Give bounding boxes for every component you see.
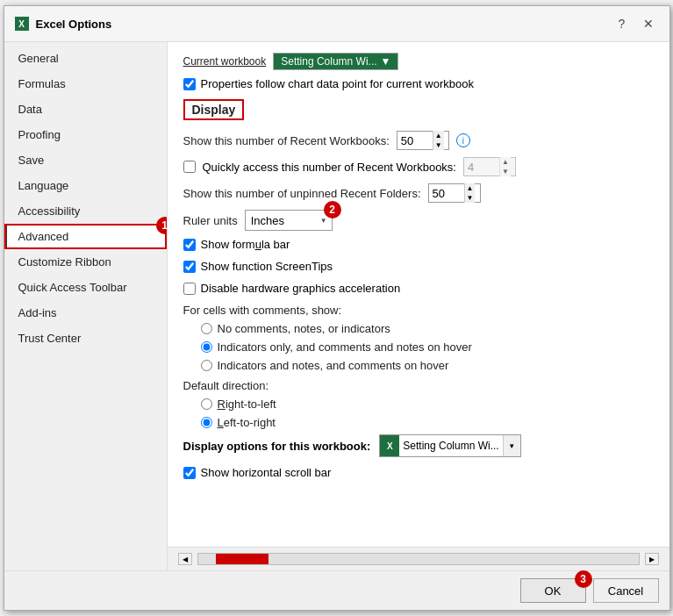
screentips-checkbox[interactable]	[183, 261, 196, 273]
main-content: Current workbook Setting Column Wi... ▼ …	[168, 42, 669, 570]
title-bar-left: X Excel Options	[15, 17, 112, 31]
direction-radio-0[interactable]	[201, 398, 212, 410]
formula-bar-label: Show formula bar	[201, 238, 290, 251]
spinbox-buttons-2: ▲ ▼	[499, 157, 511, 176]
properties-checkbox[interactable]	[183, 78, 196, 90]
current-workbook-label: Current workbook	[183, 55, 267, 68]
scroll-right-arrow[interactable]: ▶	[645, 553, 659, 565]
workbook-select-icon: X	[380, 435, 399, 456]
unpinned-folders-row: Show this number of unpinned Recent Fold…	[183, 183, 654, 203]
comments-option-1: Indicators only, and comments and notes …	[183, 340, 654, 354]
dialog-title: Excel Options	[36, 18, 112, 31]
workbook-options-row: Display options for this workbook: X Set…	[183, 434, 654, 457]
quickly-access-spinbox[interactable]: 4 ▲ ▼	[463, 157, 516, 176]
sidebar-badge: 1	[156, 217, 168, 234]
top-workbook-row: Current workbook Setting Column Wi... ▼	[183, 53, 654, 70]
workbook-select-text: Setting Column Wi...	[399, 440, 502, 452]
comments-label-1: Indicators only, and comments and notes …	[218, 340, 472, 354]
quickly-access-checkbox[interactable]	[183, 161, 196, 173]
sidebar: General Formulas Data Proofing Save Lang…	[4, 42, 168, 570]
info-icon[interactable]: i	[456, 133, 470, 147]
comments-radio-0[interactable]	[201, 323, 212, 334]
spinbox-up[interactable]: ▲	[433, 131, 444, 140]
workbook-select-arrow: ▼	[503, 435, 520, 456]
spinbox-buttons: ▲ ▼	[433, 131, 444, 150]
h-scrollbar[interactable]	[197, 553, 640, 565]
direction-label-0: Right-to-left	[218, 398, 276, 411]
cancel-label: Cancel	[608, 584, 643, 598]
sidebar-item-proofing[interactable]: Proofing	[4, 122, 167, 147]
spinbox-up-2[interactable]: ▲	[500, 157, 511, 167]
hscroll-row: Show horizontal scroll bar	[183, 466, 654, 479]
spinbox-down[interactable]: ▼	[433, 140, 444, 150]
scroll-left-arrow[interactable]: ◀	[178, 553, 192, 565]
sidebar-item-language[interactable]: Language	[4, 173, 167, 198]
excel-options-dialog: X Excel Options ? ✕ General Formulas Dat…	[4, 5, 670, 611]
sidebar-item-formulas[interactable]: Formulas	[4, 71, 167, 97]
direction-group-label: Default direction:	[183, 379, 654, 392]
recent-workbooks-label: Show this number of Recent Workbooks:	[183, 134, 390, 147]
workbook-dropdown-value: Setting Column Wi...	[281, 55, 376, 68]
hscroll-checkbox[interactable]	[183, 467, 196, 479]
close-button[interactable]: ✕	[638, 13, 659, 34]
quickly-access-row: Quickly access this number of Recent Wor…	[183, 157, 654, 176]
workbook-select-wrapper[interactable]: X Setting Column Wi... ▼	[379, 434, 520, 457]
ok-badge: 3	[575, 570, 592, 588]
sidebar-item-quick-access-toolbar[interactable]: Quick Access Toolbar	[4, 275, 167, 300]
ruler-select-wrapper: Inches Centimeters Millimeters	[245, 210, 333, 231]
scrollbar-thumb	[216, 554, 268, 564]
hardware-label: Disable hardware graphics acceleration	[201, 282, 401, 295]
comments-radio-1[interactable]	[201, 341, 212, 353]
unpinned-folders-label: Show this number of unpinned Recent Fold…	[183, 187, 421, 200]
direction-option-0: Right-to-left	[183, 398, 654, 411]
hscroll-label: Show horizontal scroll bar	[201, 466, 332, 479]
screentips-label: Show function ScreenTips	[201, 260, 333, 273]
sidebar-item-accessibility[interactable]: Accessibility	[4, 198, 167, 224]
recent-workbooks-row: Show this number of Recent Workbooks: 50…	[183, 131, 654, 150]
dialog-body: General Formulas Data Proofing Save Lang…	[4, 42, 669, 570]
sidebar-item-customize-ribbon[interactable]: Customize Ribbon	[4, 249, 167, 275]
ruler-select[interactable]: Inches Centimeters Millimeters	[245, 210, 333, 231]
direction-radio-1[interactable]	[201, 417, 212, 428]
sidebar-item-advanced[interactable]: Advanced 1	[4, 224, 167, 249]
spinbox-down-3[interactable]: ▼	[465, 193, 476, 203]
ok-label: OK	[545, 584, 562, 598]
ruler-label: Ruler units	[183, 214, 238, 227]
sidebar-item-add-ins[interactable]: Add-ins	[4, 300, 167, 326]
sidebar-item-general[interactable]: General	[4, 46, 167, 71]
hardware-checkbox[interactable]	[183, 283, 196, 295]
scrollbar-row: ◀ ▶	[168, 547, 669, 570]
title-bar: X Excel Options ? ✕	[4, 6, 669, 42]
sidebar-item-trust-center[interactable]: Trust Center	[4, 326, 167, 351]
comments-option-2: Indicators and notes, and comments on ho…	[183, 359, 654, 372]
sidebar-item-data[interactable]: Data	[4, 97, 167, 122]
screentips-row: Show function ScreenTips	[183, 260, 654, 273]
unpinned-folders-input[interactable]: 50	[429, 187, 464, 200]
ruler-dropdown-container: Inches Centimeters Millimeters 2	[245, 210, 333, 231]
display-options-label: Display options for this workbook:	[183, 440, 371, 453]
ok-button[interactable]: OK 3	[520, 578, 586, 603]
recent-workbooks-input[interactable]: 50	[397, 134, 433, 147]
spinbox-up-3[interactable]: ▲	[465, 183, 476, 193]
unpinned-folders-spinbox[interactable]: 50 ▲ ▼	[428, 183, 481, 203]
properties-row: Properties follow chart data point for c…	[183, 77, 654, 90]
comments-label-2: Indicators and notes, and comments on ho…	[218, 359, 449, 372]
spinbox-down-2[interactable]: ▼	[500, 167, 511, 176]
direction-option-1: Left-to-right	[183, 416, 654, 429]
recent-workbooks-spinbox[interactable]: 50 ▲ ▼	[397, 131, 449, 150]
dialog-footer: OK 3 Cancel	[4, 570, 669, 610]
formula-bar-checkbox[interactable]	[183, 239, 196, 251]
comments-label-0: No comments, notes, or indicators	[218, 322, 390, 335]
quickly-access-input[interactable]: 4	[464, 161, 499, 174]
current-workbook-dropdown[interactable]: Setting Column Wi... ▼	[273, 53, 398, 70]
help-button[interactable]: ?	[612, 13, 633, 34]
sidebar-item-save[interactable]: Save	[4, 147, 167, 173]
cancel-button[interactable]: Cancel	[593, 578, 659, 603]
formula-bar-row: Show formula bar	[183, 238, 654, 251]
display-section-header: Display	[183, 99, 245, 120]
comments-radio-2[interactable]	[201, 360, 212, 371]
comments-option-0: No comments, notes, or indicators	[183, 322, 654, 335]
content-area: Current workbook Setting Column Wi... ▼ …	[168, 42, 669, 547]
quickly-access-label: Quickly access this number of Recent Wor…	[203, 161, 457, 174]
workbook-dropdown-arrow: ▼	[381, 55, 391, 68]
